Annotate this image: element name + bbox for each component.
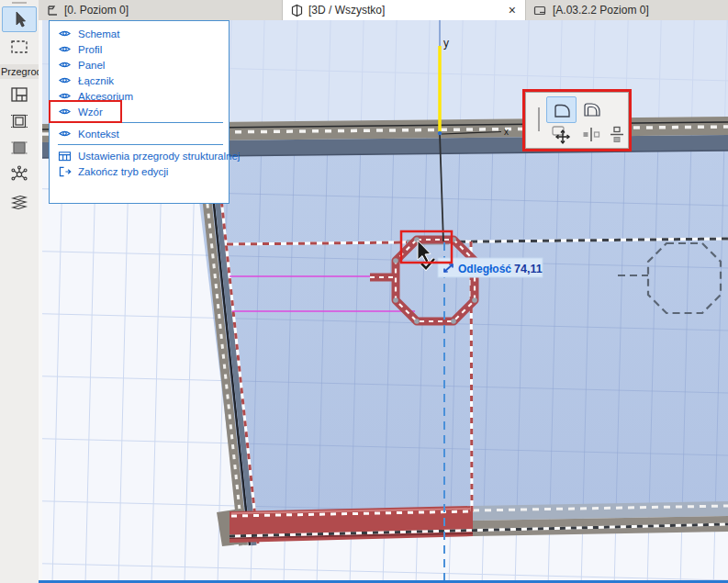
distribute-icon	[607, 125, 627, 145]
menu-item-label: Schemat	[78, 28, 119, 39]
tab-label: [3D / Wszystko]	[308, 4, 385, 17]
menu-item-label: Profil	[78, 44, 102, 55]
application-window: { "tabs": { "items": [ { "label": "[0. P…	[0, 0, 728, 583]
junction-icon	[9, 164, 29, 185]
sidebar-gutter	[39, 20, 42, 583]
axis-x-label: x	[504, 127, 509, 137]
tool-marquee[interactable]	[3, 35, 36, 59]
accessory-icon	[9, 191, 29, 211]
tool-arrow[interactable]	[2, 6, 37, 32]
edit-mode-context-menu: Schemat Profil Panel Łącznik Akcesorium …	[49, 20, 230, 204]
palette-btn-boundary-offset[interactable]	[578, 96, 605, 121]
menu-item-schemat[interactable]: Schemat	[50, 26, 229, 41]
palette-handle[interactable]	[537, 106, 541, 133]
menu-item-profil[interactable]: Profil	[50, 41, 229, 57]
menu-item-label: Kontekst	[78, 129, 119, 140]
menu-item-zakoncz[interactable]: Zakończ tryb edycji	[50, 163, 229, 179]
glass-panel	[193, 140, 728, 514]
settings-grid-icon	[58, 151, 73, 162]
eye-icon	[58, 75, 73, 85]
boundary-offset-icon	[581, 99, 603, 118]
arrow-cursor-icon	[9, 9, 29, 29]
tab-3d-view[interactable]: [3D / Wszystko] ×	[282, 0, 526, 20]
bottom-frame-member[interactable]	[473, 501, 728, 536]
menu-item-label: Panel	[78, 60, 105, 71]
menu-item-label: Akcesorium	[78, 91, 133, 102]
exit-edit-icon	[58, 166, 73, 177]
menu-item-akcesorium[interactable]: Akcesorium	[50, 88, 229, 104]
palette-btn-distribute[interactable]	[605, 122, 629, 147]
tab-section-view[interactable]: [A.03.2.2 Poziom 0]	[526, 0, 728, 20]
menu-item-label: Łącznik	[78, 75, 114, 86]
menu-item-label: Zakończ tryb edycji	[78, 166, 168, 177]
tool-scheme[interactable]	[3, 83, 36, 107]
tooltip-label: Odległość	[458, 263, 511, 275]
menu-divider	[58, 122, 223, 123]
marquee-icon	[9, 37, 29, 57]
eye-icon	[58, 129, 73, 139]
menu-item-panel[interactable]: Panel	[50, 57, 229, 73]
tab-close-icon[interactable]: ×	[509, 2, 516, 18]
cube-3d-icon	[290, 4, 304, 17]
menu-item-label: Ustawienia przegrody strukturalnej	[78, 151, 240, 162]
move-icon	[550, 124, 574, 145]
panel-icon	[9, 138, 29, 158]
tab-floor-plan[interactable]: [0. Poziom 0]	[39, 0, 282, 20]
menu-item-wzor[interactable]: Wzór	[50, 104, 229, 119]
menu-item-kontekst[interactable]: Kontekst	[50, 126, 229, 141]
eye-icon	[58, 91, 73, 101]
palette-btn-boundary-simple[interactable]	[546, 96, 577, 123]
origin-dot	[438, 131, 442, 135]
tool-junction[interactable]	[3, 163, 36, 186]
pet-palette	[525, 92, 629, 149]
menu-item-ustawienia[interactable]: Ustawienia przegrody strukturalnej	[50, 148, 229, 163]
tool-group-label: Przegroda	[0, 64, 39, 79]
eye-icon	[58, 28, 73, 39]
annotation-box-palette	[522, 89, 632, 151]
floor-plan-icon	[46, 4, 60, 17]
menu-item-lacznik[interactable]: Łącznik	[50, 73, 229, 88]
eye-icon	[58, 60, 73, 70]
section-view-icon	[533, 4, 548, 17]
palette-btn-offset-edge[interactable]	[579, 122, 603, 147]
tool-panel[interactable]	[3, 136, 36, 160]
scheme-icon	[9, 84, 29, 105]
menu-divider	[58, 144, 223, 145]
tab-label: [A.03.2.2 Poziom 0]	[553, 4, 649, 17]
toolbar-divider	[12, 2, 27, 4]
measurement-tooltip: Odległość 74,11	[438, 258, 543, 277]
eye-icon	[58, 44, 73, 54]
menu-item-label: Wzór	[78, 107, 103, 118]
palette-btn-move[interactable]	[547, 122, 577, 147]
axis-y-label: y	[443, 37, 449, 50]
boundary-simple-icon	[551, 100, 573, 119]
eye-icon	[58, 107, 73, 117]
tool-frame[interactable]	[3, 109, 36, 133]
frame-icon	[9, 111, 29, 131]
offset-edge-icon	[581, 125, 601, 144]
tab-label: [0. Poziom 0]	[64, 4, 129, 17]
toolbox-sidebar: Przegroda	[0, 0, 39, 583]
tooltip-value: 74,11	[514, 263, 543, 275]
tab-bar: [0. Poziom 0] [3D / Wszystko] × [A.03.2.…	[39, 0, 728, 20]
tool-accessory[interactable]	[3, 189, 36, 213]
